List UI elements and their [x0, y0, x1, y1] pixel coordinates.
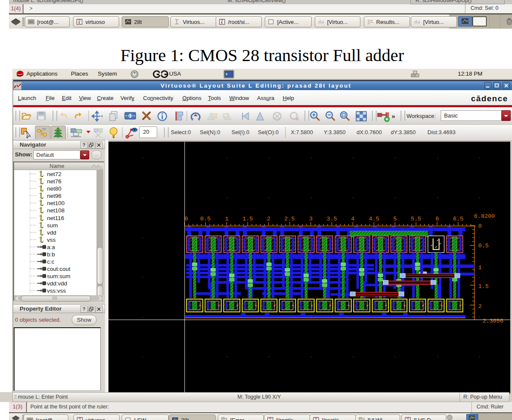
svg-text:vss: vss — [47, 237, 56, 243]
svg-text:c: c — [79, 417, 81, 420]
svg-text:cout:cout: cout:cout — [47, 266, 70, 272]
svg-text:0: 0 — [184, 216, 188, 222]
svg-text:6: 6 — [436, 216, 439, 222]
svg-text:4.5: 4.5 — [369, 216, 379, 222]
svg-text:2.3050: 2.3050 — [483, 318, 503, 324]
svg-text:net116: net116 — [47, 215, 64, 221]
svg-text:vdd: vdd — [47, 229, 56, 236]
svg-text:vdd:vdd: vdd:vdd — [47, 280, 67, 287]
svg-text:c: c — [269, 417, 272, 420]
svg-text:3: 3 — [309, 216, 313, 222]
svg-text:c: c — [407, 417, 409, 420]
svg-text:b:b: b:b — [47, 251, 55, 258]
svg-text:6.8200: 6.8200 — [474, 213, 495, 220]
svg-text:1.5: 1.5 — [478, 283, 489, 290]
svg-text:a:a: a:a — [47, 244, 55, 250]
svg-text:2.5: 2.5 — [284, 216, 295, 222]
svg-text:3.5: 3.5 — [327, 216, 337, 222]
svg-text:c: c — [315, 417, 317, 420]
svg-text:5: 5 — [393, 216, 397, 222]
svg-text:vss:vss: vss:vss — [47, 288, 66, 294]
svg-text:0.5: 0.5 — [478, 243, 489, 249]
svg-text:4: 4 — [351, 216, 354, 222]
svg-text:sum: sum — [47, 222, 58, 229]
svg-text:2: 2 — [267, 216, 270, 222]
svg-text:6.5: 6.5 — [453, 216, 463, 222]
svg-text:sum:sum: sum:sum — [47, 273, 70, 279]
svg-text:net100: net100 — [47, 200, 64, 206]
svg-text:c:c: c:c — [47, 258, 55, 265]
svg-text:0.5: 0.5 — [200, 216, 211, 222]
svg-text:net76: net76 — [47, 178, 61, 185]
svg-text:net80: net80 — [47, 185, 61, 192]
svg-text:5.5: 5.5 — [411, 216, 421, 222]
svg-text:1: 1 — [225, 216, 228, 222]
svg-text:net72: net72 — [47, 171, 61, 177]
svg-text:net108: net108 — [47, 207, 64, 214]
svg-text:1: 1 — [478, 264, 482, 271]
svg-text:2: 2 — [478, 303, 482, 310]
svg-text:0: 0 — [478, 223, 482, 229]
svg-text:net96: net96 — [47, 193, 61, 199]
svg-text:1.5: 1.5 — [243, 216, 253, 222]
